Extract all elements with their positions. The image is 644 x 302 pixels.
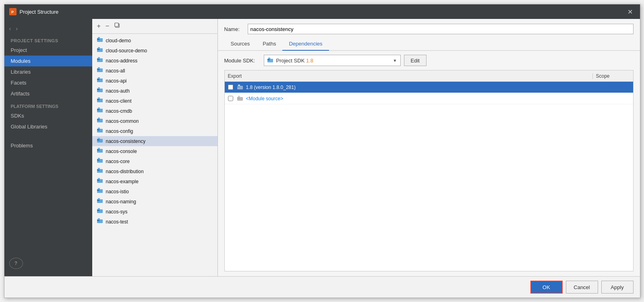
module-item-nacos-all[interactable]: nacos-all xyxy=(92,66,217,76)
sidebar-item-problems[interactable]: Problems xyxy=(4,140,92,151)
folder-icon xyxy=(97,108,104,114)
tab-sources[interactable]: Sources xyxy=(224,37,257,51)
folder-icon xyxy=(97,37,104,44)
folder-icon xyxy=(97,208,104,215)
module-item-label: nacos-cmdb xyxy=(106,108,132,114)
folder-icon xyxy=(97,97,104,104)
svg-rect-30 xyxy=(98,118,100,119)
sidebar-item-artifacts[interactable]: Artifacts xyxy=(4,88,92,99)
module-item-nacos-common[interactable]: nacos-common xyxy=(92,116,217,126)
sidebar-item-libraries[interactable]: Libraries xyxy=(4,66,92,77)
platform-settings-header: Platform Settings xyxy=(4,99,92,110)
sidebar-item-project[interactable]: Project xyxy=(4,45,92,56)
module-item-nacos-example[interactable]: nacos-example xyxy=(92,176,217,186)
module-item-nacos-distribution[interactable]: nacos-distribution xyxy=(92,166,217,176)
project-structure-dialog: P Project Structure ✕ ‹ › Project Settin… xyxy=(4,4,640,298)
module-item-label: nacos-istio xyxy=(106,189,129,194)
add-module-button[interactable]: + xyxy=(95,22,102,31)
deps-row-module-source-export: <Module source> xyxy=(225,96,593,101)
sidebar: ‹ › Project Settings Project Modules Lib… xyxy=(4,19,92,276)
module-item-nacos-test[interactable]: nacos-test xyxy=(92,217,217,227)
copy-module-button[interactable] xyxy=(112,21,122,31)
folder-icon xyxy=(97,77,104,84)
folder-icon xyxy=(97,178,104,185)
module-item-label: nacos-test xyxy=(106,219,128,225)
close-button[interactable]: ✕ xyxy=(625,7,635,17)
sidebar-item-global-libraries[interactable]: Global Libraries xyxy=(4,121,92,132)
module-item-nacos-console[interactable]: nacos-console xyxy=(92,146,217,156)
deps-row-module-source[interactable]: <Module source> xyxy=(225,93,633,104)
module-item-cloud-demo[interactable]: cloud-demo xyxy=(92,35,217,46)
tab-paths[interactable]: Paths xyxy=(256,37,282,51)
name-input[interactable] xyxy=(248,24,634,34)
module-item-nacos-naming[interactable]: nacos-naming xyxy=(92,197,217,207)
module-item-label: nacos-distribution xyxy=(106,169,144,174)
svg-rect-27 xyxy=(98,108,100,109)
back-button[interactable]: ‹ xyxy=(8,25,13,33)
module-item-nacos-core[interactable]: nacos-core xyxy=(92,156,217,166)
name-row: Name: xyxy=(218,19,640,37)
deps-row-module-source-text: <Module source> xyxy=(246,96,284,101)
svg-rect-36 xyxy=(98,138,100,139)
dialog-body: ‹ › Project Settings Project Modules Lib… xyxy=(4,19,640,276)
module-item-label: cloud-demo xyxy=(106,38,131,43)
forward-button[interactable]: › xyxy=(14,25,19,33)
svg-rect-3 xyxy=(115,23,118,27)
sdk-dropdown-arrow: ▼ xyxy=(393,58,397,63)
module-item-nacos-client[interactable]: nacos-client xyxy=(92,96,217,106)
sidebar-item-modules[interactable]: Modules xyxy=(4,56,92,66)
svg-text:P: P xyxy=(11,10,14,14)
dialog-title: Project Structure xyxy=(20,9,625,15)
module-item-nacos-sys[interactable]: nacos-sys xyxy=(92,207,217,217)
svg-rect-66 xyxy=(238,85,240,86)
sdk-version: 1.8 xyxy=(306,58,313,64)
folder-icon xyxy=(97,47,104,54)
app-icon: P xyxy=(9,8,17,15)
folder-icon xyxy=(97,188,104,195)
remove-module-button[interactable]: − xyxy=(104,22,111,31)
folder-icon xyxy=(97,118,104,124)
content-panel: Name: Sources Paths Dependencies Module … xyxy=(218,19,640,276)
svg-rect-57 xyxy=(98,208,100,210)
sdk-row: Module SDK: Project SDK 1.8 ▼ Edit xyxy=(218,51,640,70)
deps-row-jdk-checkbox[interactable] xyxy=(228,85,233,90)
deps-table: Export Scope 1.8 (version 1 xyxy=(224,70,634,271)
module-item-nacos-config[interactable]: nacos-config xyxy=(92,126,217,136)
module-item-label: nacos-auth xyxy=(106,88,130,94)
module-item-nacos-cmdb[interactable]: nacos-cmdb xyxy=(92,106,217,116)
col-scope-header: Scope xyxy=(593,73,633,79)
folder-icon xyxy=(97,168,104,175)
module-item-label: nacos-naming xyxy=(106,199,136,205)
module-item-label: nacos-example xyxy=(106,179,139,184)
module-item-cloud-source-demo[interactable]: cloud-source-demo xyxy=(92,46,217,56)
sidebar-item-sdks[interactable]: SDKs xyxy=(4,110,92,121)
svg-rect-33 xyxy=(98,128,100,129)
apply-button[interactable]: Apply xyxy=(601,281,634,294)
deps-row-module-source-checkbox[interactable] xyxy=(228,96,233,101)
module-item-nacos-istio[interactable]: nacos-istio xyxy=(92,186,217,197)
svg-rect-18 xyxy=(98,77,100,79)
folder-icon xyxy=(97,148,104,155)
sidebar-item-facets[interactable]: Facets xyxy=(4,77,92,88)
module-item-nacos-address[interactable]: nacos-address xyxy=(92,56,217,66)
cancel-button[interactable]: Cancel xyxy=(566,281,598,294)
name-label: Name: xyxy=(224,26,244,32)
folder-icon xyxy=(97,128,104,134)
deps-row-jdk[interactable]: 1.8 (version 1.8.0_281) xyxy=(225,82,633,93)
svg-rect-48 xyxy=(98,178,100,180)
module-item-label: nacos-client xyxy=(106,98,132,104)
tab-dependencies[interactable]: Dependencies xyxy=(282,37,329,51)
deps-table-header: Export Scope xyxy=(225,70,633,82)
module-item-nacos-api[interactable]: nacos-api xyxy=(92,76,217,86)
help-button[interactable]: ? xyxy=(9,258,23,269)
svg-rect-60 xyxy=(98,218,100,220)
deps-table-body: 1.8 (version 1.8.0_281) xyxy=(225,82,633,271)
module-item-nacos-consistency[interactable]: nacos-consistency xyxy=(92,136,217,146)
module-sdk-dropdown[interactable]: Project SDK 1.8 ▼ xyxy=(264,55,401,66)
sdk-edit-button[interactable]: Edit xyxy=(404,55,427,66)
ok-button[interactable]: OK xyxy=(530,281,563,294)
module-item-nacos-auth[interactable]: nacos-auth xyxy=(92,86,217,96)
module-item-label: nacos-consistency xyxy=(106,139,146,144)
module-sdk-label: Module SDK: xyxy=(224,58,261,64)
svg-rect-69 xyxy=(238,96,240,97)
